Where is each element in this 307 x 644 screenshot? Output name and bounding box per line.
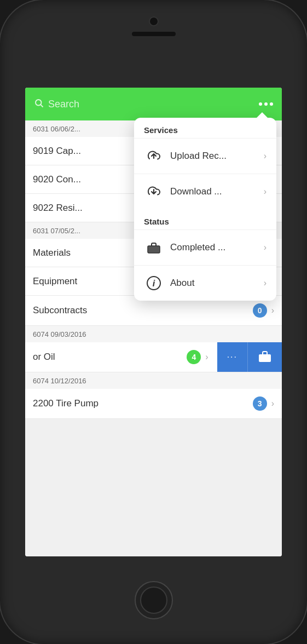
section-header-text-4: 6074 10/12/2016	[33, 377, 86, 385]
info-icon: i	[144, 273, 164, 293]
screen: Search 6031 06/06/2... 9019 Cap... 9020 …	[25, 88, 282, 556]
phone-bottom	[0, 556, 307, 644]
item-title: 9019 Cap...	[33, 146, 81, 157]
about-item-label: About	[170, 278, 264, 289]
chevron-icon: ›	[205, 352, 208, 362]
speaker	[132, 32, 176, 36]
section-header-text-3: 6074 09/03/2016	[33, 330, 86, 338]
svg-line-1	[40, 105, 43, 107]
search-placeholder-text: Search	[48, 99, 79, 110]
chevron-icon: ›	[264, 243, 267, 252]
svg-rect-2	[259, 354, 271, 362]
svg-rect-5	[148, 246, 160, 253]
upload-item-label: Upload Rec...	[170, 151, 264, 162]
chevron-icon: ›	[264, 187, 267, 197]
dropdown-menu: Services Upload Rec... ›	[134, 118, 276, 301]
item-title: 2200 Tire Pump	[33, 398, 99, 409]
list-item-tire[interactable]: 2200 Tire Pump 3 ›	[25, 389, 282, 419]
action-dots-button[interactable]: ···	[217, 342, 248, 372]
briefcase-icon	[258, 350, 272, 364]
dropdown-item-download[interactable]: Download ... ›	[134, 174, 276, 209]
search-bar[interactable]: Search	[34, 98, 259, 110]
item-title: Materials	[33, 248, 71, 258]
dots-icon: ···	[227, 352, 238, 362]
dot-1	[259, 102, 262, 106]
action-buttons: ···	[217, 342, 282, 372]
app-header: Search	[25, 88, 282, 120]
chevron-icon: ›	[271, 399, 274, 409]
home-button-inner	[140, 586, 167, 614]
completed-item-label: Completed ...	[170, 242, 264, 253]
item-title: 9020 Con...	[33, 174, 81, 185]
item-right: 3 ›	[253, 396, 274, 411]
item-right: 0 ›	[253, 303, 274, 318]
download-item-label: Download ...	[170, 186, 264, 197]
item-right: 4 › ···	[187, 342, 282, 372]
list-item-oil[interactable]: or Oil 4 › ···	[25, 342, 282, 372]
item-title: Subcontracts	[33, 305, 87, 316]
action-briefcase-button[interactable]	[248, 342, 282, 372]
dropdown-item-upload[interactable]: Upload Rec... ›	[134, 138, 276, 174]
dropdown-item-about[interactable]: i About ›	[134, 265, 276, 301]
badge: 4	[187, 350, 201, 364]
dot-2	[264, 102, 268, 106]
chevron-icon: ›	[271, 306, 274, 315]
badge: 0	[253, 303, 267, 318]
section-header-text-2: 6031 07/05/2...	[33, 227, 80, 235]
more-button[interactable]	[259, 102, 273, 106]
status-section-label: Status	[134, 209, 276, 229]
dropdown-item-completed[interactable]: Completed ... ›	[134, 229, 276, 265]
search-icon	[34, 98, 44, 110]
services-section-label: Services	[134, 118, 276, 138]
item-title: or Oil	[25, 344, 63, 370]
download-cloud-icon	[144, 182, 164, 202]
item-title: 9022 Resi...	[33, 203, 83, 214]
svg-point-0	[36, 100, 42, 106]
phone-frame: Search 6031 06/06/2... 9019 Cap... 9020 …	[0, 0, 307, 644]
dot-3	[270, 102, 273, 106]
briefcase-icon	[144, 238, 164, 257]
dropdown-arrow	[257, 112, 268, 118]
home-button[interactable]	[135, 581, 173, 619]
section-header-4: 6074 10/12/2016	[25, 372, 282, 389]
camera	[149, 16, 159, 26]
section-header-text-1: 6031 06/06/2...	[33, 125, 80, 133]
chevron-icon: ›	[264, 278, 267, 288]
svg-text:i: i	[153, 279, 155, 288]
section-header-3: 6074 09/03/2016	[25, 326, 282, 342]
badge: 3	[253, 396, 267, 411]
phone-top	[0, 0, 307, 88]
item-title: Equipment	[33, 276, 77, 287]
chevron-icon: ›	[264, 151, 267, 161]
upload-cloud-icon	[144, 146, 164, 166]
